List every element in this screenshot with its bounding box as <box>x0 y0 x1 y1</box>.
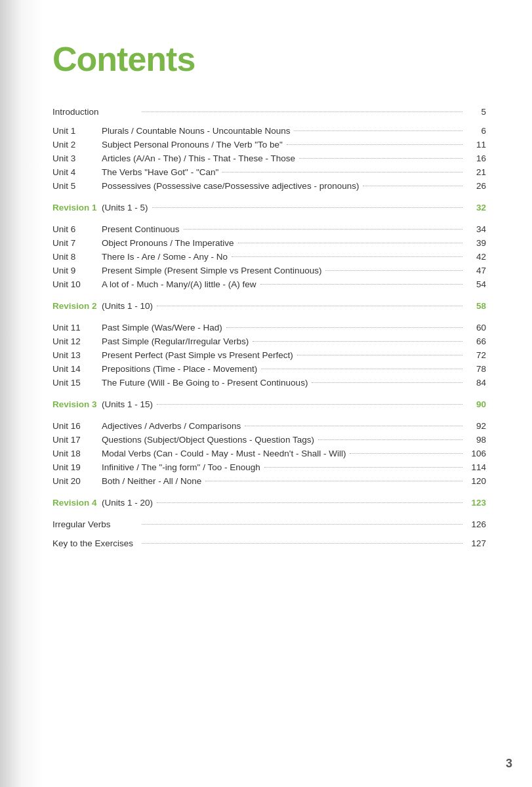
section-gap <box>52 313 486 321</box>
entry-title: A lot of - Much - Many/(A) little - (A) … <box>102 279 256 289</box>
revision-row: Revision 4(Units 1 - 20)123 <box>52 496 486 510</box>
unit-row: Unit 12Past Simple (Regular/Irregular Ve… <box>52 334 486 348</box>
dots-line <box>318 439 462 440</box>
appendix-row: Irregular Verbs126 <box>52 517 486 531</box>
dots-line <box>157 306 462 306</box>
page-number: 58 <box>466 301 486 311</box>
entry-title: Present Simple (Present Simple vs Presen… <box>102 266 321 275</box>
unit-row: Unit 1Plurals / Countable Nouns - Uncoun… <box>52 124 486 138</box>
page-number: 123 <box>466 498 486 508</box>
toc-entries: Unit 1Plurals / Countable Nouns - Uncoun… <box>52 124 486 510</box>
dots-line <box>253 341 462 342</box>
unit-row: Unit 6Present Continuous34 <box>52 222 486 236</box>
dots-line <box>287 144 462 145</box>
entry-title: (Units 1 - 5) <box>102 203 148 212</box>
entry-title: Infinitive / The "-ing form" / Too - Eno… <box>102 462 260 472</box>
revision-row: Revision 1(Units 1 - 5)32 <box>52 201 486 214</box>
entry-title: Plurals / Countable Nouns - Uncountable … <box>102 126 290 136</box>
dots-line <box>205 481 462 481</box>
entry-title: Past Simple (Regular/Irregular Verbs) <box>102 336 249 346</box>
section-gap <box>52 291 486 299</box>
page-number: 34 <box>466 224 486 234</box>
unit-row: Unit 5Possessives (Possessive case/Posse… <box>52 179 486 193</box>
unit-row: Unit 13Present Perfect (Past Simple vs P… <box>52 348 486 362</box>
intro-row: Introduction 5 <box>52 105 486 119</box>
page: Contents Introduction 5 Unit 1Plurals / … <box>0 0 532 787</box>
dots-line <box>245 426 462 426</box>
unit-label: Unit 15 <box>52 378 102 388</box>
unit-label: Unit 20 <box>52 476 102 486</box>
page-number: 120 <box>466 476 486 486</box>
intro-label: Introduction <box>52 107 138 117</box>
page-number: 16 <box>466 153 486 163</box>
appendix-row: Key to the Exercises127 <box>52 536 486 550</box>
appendix-page: 126 <box>466 519 486 529</box>
unit-label: Unit 2 <box>52 140 102 150</box>
page-number: 78 <box>466 364 486 374</box>
revision-row: Revision 2(Units 1 - 10)58 <box>52 299 486 313</box>
unit-label: Unit 3 <box>52 153 102 163</box>
dots-line <box>312 382 462 383</box>
entry-title: There Is - Are / Some - Any - No <box>102 252 228 262</box>
unit-label: Unit 9 <box>52 266 102 275</box>
unit-row: Unit 7Object Pronouns / The Imperative39 <box>52 236 486 250</box>
unit-label: Unit 12 <box>52 336 102 346</box>
unit-row: Unit 10A lot of - Much - Many/(A) little… <box>52 277 486 291</box>
unit-label: Unit 18 <box>52 449 102 458</box>
dots-line <box>222 172 462 172</box>
unit-row: Unit 16Adjectives / Adverbs / Comparison… <box>52 419 486 433</box>
section-gap <box>52 411 486 419</box>
unit-row: Unit 9Present Simple (Present Simple vs … <box>52 264 486 277</box>
unit-label: Unit 10 <box>52 279 102 289</box>
unit-row: Unit 18Modal Verbs (Can - Could - May - … <box>52 447 486 460</box>
entry-title: The Future (Will - Be Going to - Present… <box>102 378 308 388</box>
page-number: 54 <box>466 279 486 289</box>
section-gap <box>52 214 486 222</box>
unit-row: Unit 17Questions (Subject/Object Questio… <box>52 433 486 447</box>
unit-row: Unit 4The Verbs "Have Got" - "Can"21 <box>52 165 486 179</box>
revision-label: Revision 1 <box>52 203 102 212</box>
intro-page: 5 <box>466 107 486 117</box>
page-number: 21 <box>466 167 486 177</box>
entry-title: Present Continuous <box>102 224 180 234</box>
page-number: 47 <box>466 266 486 275</box>
page-number: 42 <box>466 252 486 262</box>
page-number: 90 <box>466 399 486 409</box>
entry-title: Possessives (Possessive case/Possessive … <box>102 181 359 191</box>
unit-row: Unit 11Past Simple (Was/Were - Had)60 <box>52 321 486 334</box>
page-title: Contents <box>52 39 486 79</box>
appendix-dots <box>142 543 462 544</box>
unit-row: Unit 14Prepositions (Time - Place - Move… <box>52 362 486 376</box>
page-number: 92 <box>466 421 486 431</box>
unit-row: Unit 8There Is - Are / Some - Any - No42 <box>52 250 486 264</box>
dots-line <box>260 284 462 285</box>
dots-line <box>264 467 462 468</box>
unit-label: Unit 11 <box>52 323 102 333</box>
page-number: 98 <box>466 435 486 445</box>
page-number: 6 <box>466 126 486 136</box>
entry-title: Prepositions (Time - Place - Movement) <box>102 364 257 374</box>
entry-title: (Units 1 - 10) <box>102 301 153 311</box>
page-number: 26 <box>466 181 486 191</box>
dots-line <box>297 355 462 355</box>
unit-label: Unit 7 <box>52 238 102 248</box>
page-number: 106 <box>466 449 486 458</box>
unit-label: Unit 5 <box>52 181 102 191</box>
page-number: 66 <box>466 336 486 346</box>
entry-title: Articles (A/An - The) / This - That - Th… <box>102 153 295 163</box>
dots-line <box>294 131 462 131</box>
entry-title: (Units 1 - 20) <box>102 498 153 508</box>
dots-line <box>232 256 462 257</box>
unit-label: Unit 16 <box>52 421 102 431</box>
unit-row: Unit 15The Future (Will - Be Going to - … <box>52 376 486 390</box>
page-number: 39 <box>466 238 486 248</box>
entry-title: Questions (Subject/Object Questions - Qu… <box>102 435 314 445</box>
unit-label: Unit 6 <box>52 224 102 234</box>
entry-title: Adjectives / Adverbs / Comparisons <box>102 421 241 431</box>
page-number: 60 <box>466 323 486 333</box>
dots-line <box>238 243 462 243</box>
dots-line <box>350 453 462 454</box>
appendix-label: Irregular Verbs <box>52 519 138 529</box>
dots-line <box>261 369 462 369</box>
entry-title: The Verbs "Have Got" - "Can" <box>102 167 218 177</box>
